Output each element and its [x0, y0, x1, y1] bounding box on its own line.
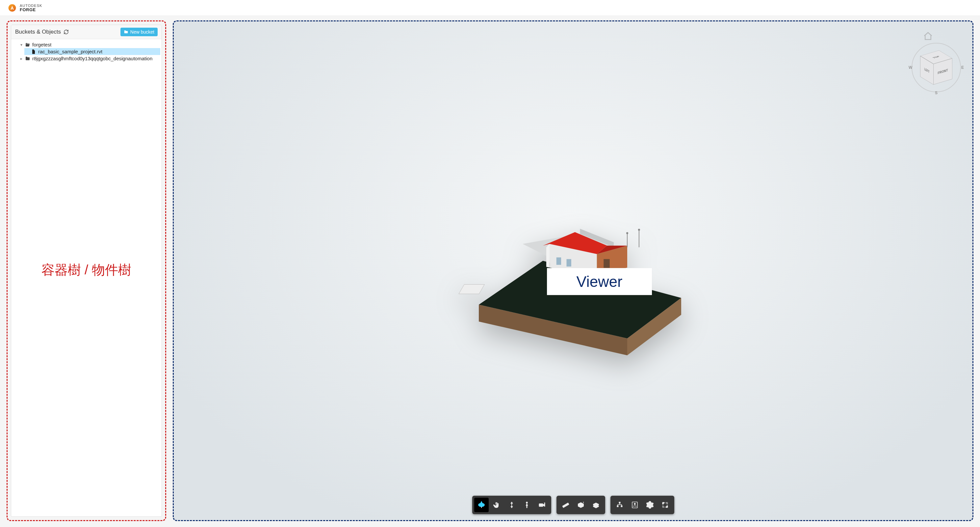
- buckets-panel-header: Buckets & Objects New bucket: [11, 25, 162, 39]
- model-browser-button[interactable]: [612, 498, 627, 512]
- folder-open-icon: [25, 42, 30, 48]
- svg-point-19: [479, 503, 484, 506]
- bucket-tree: ▾ forgetest rac_basic_sample_project.rvt: [11, 39, 162, 64]
- home-view-button[interactable]: [923, 31, 933, 43]
- bucket2-label: r8jgxgzzzasglhmftcod0y13qqqtgobc_designa…: [32, 56, 152, 61]
- svg-marker-20: [481, 501, 482, 503]
- properties-button[interactable]: [628, 498, 642, 512]
- svg-rect-24: [539, 504, 543, 506]
- tree-bucket-row[interactable]: ▸ r8jgxgzzzasglhmftcod0y13qqqtgobc_desig…: [18, 55, 160, 62]
- new-bucket-button[interactable]: New bucket: [121, 28, 158, 36]
- compass-s: S: [935, 91, 937, 95]
- expand-icon[interactable]: ▸: [20, 56, 23, 61]
- brand-text: AUTODESK FORGE: [20, 4, 42, 12]
- svg-rect-30: [617, 506, 618, 507]
- buckets-panel: Buckets & Objects New bucket ▾: [11, 25, 162, 517]
- file-icon: [31, 49, 36, 54]
- toolbar-group-nav: [472, 496, 551, 514]
- settings-button[interactable]: [643, 498, 657, 512]
- first-person-button[interactable]: [520, 498, 534, 512]
- viewcube[interactable]: S E W FRONT TOP LEFT: [910, 41, 963, 94]
- svg-marker-21: [511, 501, 513, 504]
- collapse-icon[interactable]: ▾: [20, 43, 23, 47]
- viewer-toolbar: [472, 496, 674, 514]
- svg-point-15: [626, 232, 628, 234]
- svg-point-33: [634, 503, 635, 505]
- section-button[interactable]: [574, 498, 588, 512]
- brand-top: AUTODESK: [20, 4, 42, 8]
- svg-marker-25: [543, 504, 545, 506]
- pan-button[interactable]: [489, 498, 504, 512]
- measure-button[interactable]: [558, 498, 573, 512]
- toolbar-group-tools: [557, 496, 605, 514]
- svg-rect-31: [621, 506, 622, 507]
- svg-rect-29: [619, 502, 620, 503]
- tree-file-row[interactable]: rac_basic_sample_project.rvt: [24, 48, 160, 55]
- fullscreen-button[interactable]: [658, 498, 672, 512]
- new-bucket-label: New bucket: [130, 29, 154, 35]
- compass-w: W: [908, 65, 912, 70]
- camera-button[interactable]: [535, 498, 549, 512]
- explode-button[interactable]: [589, 498, 603, 512]
- compass-e: E: [961, 65, 964, 70]
- sidebar-annotation-outline: Buckets & Objects New bucket ▾: [6, 21, 166, 521]
- brand-bar: AUTODESK FORGE: [0, 0, 980, 16]
- tree-bucket-row[interactable]: ▾ forgetest: [18, 41, 160, 48]
- folder-icon: [25, 56, 30, 61]
- svg-rect-32: [632, 502, 638, 508]
- brand-bottom: FORGE: [20, 8, 42, 12]
- svg-rect-18: [459, 284, 484, 294]
- folder-icon: [124, 30, 128, 34]
- buckets-panel-title: Buckets & Objects: [15, 29, 61, 35]
- viewer-annotation-outline: S E W FRONT TOP LEFT Viewer: [173, 21, 974, 521]
- refresh-icon[interactable]: [64, 29, 69, 35]
- svg-rect-13: [603, 259, 609, 268]
- orbit-button[interactable]: [474, 498, 489, 512]
- svg-point-17: [638, 228, 640, 231]
- bucket1-label: forgetest: [32, 42, 51, 48]
- svg-marker-28: [583, 501, 584, 503]
- viewer-annotation-label: Viewer: [547, 268, 652, 295]
- toolbar-group-panels: [611, 496, 674, 514]
- svg-marker-22: [511, 506, 513, 508]
- svg-rect-11: [556, 257, 561, 265]
- file1-label: rac_basic_sample_project.rvt: [38, 49, 102, 54]
- zoom-button[interactable]: [504, 498, 519, 512]
- svg-rect-12: [566, 259, 571, 267]
- autodesk-logo-icon: [8, 4, 16, 12]
- svg-rect-27: [562, 503, 569, 508]
- svg-marker-26: [544, 503, 545, 504]
- svg-point-23: [526, 502, 528, 504]
